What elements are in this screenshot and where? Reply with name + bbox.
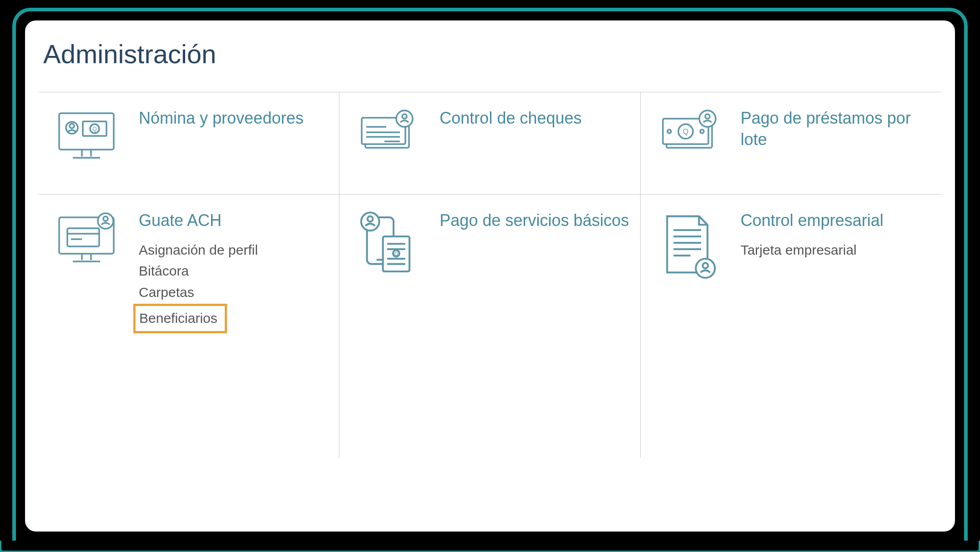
subitem-asignacion-perfil[interactable]: Asignación de perfil — [139, 240, 330, 261]
card-title: Control de cheques — [439, 108, 631, 129]
card-title: Nómina y proveedores — [139, 108, 330, 129]
page-title: Administración — [39, 39, 941, 69]
card-nomina-proveedores[interactable]: Q Nómina y proveedores — [39, 92, 339, 194]
card-control-empresarial[interactable]: Control empresarial Tarjeta empresarial — [641, 194, 941, 458]
svg-text:Q: Q — [394, 251, 398, 256]
card-title: Pago de préstamos por lote — [741, 108, 932, 151]
mobile-doc-user-icon: Q — [349, 208, 426, 280]
laptop-base — [0, 541, 980, 552]
card-pago-servicios[interactable]: Q Pago de servicios básicos — [339, 194, 640, 458]
subitem-beneficiarios[interactable]: Beneficiarios — [133, 304, 227, 333]
svg-point-5 — [70, 124, 74, 128]
monitor-payroll-icon: Q — [48, 106, 125, 163]
card-title: Control empresarial — [741, 210, 932, 231]
screen-content: Administración Q — [25, 20, 955, 532]
laptop-frame: Administración Q — [12, 8, 968, 544]
card-guate-ach[interactable]: Guate ACH Asignación de perfil Bitácora … — [39, 194, 339, 458]
subitem-carpetas[interactable]: Carpetas — [139, 282, 330, 303]
card-pago-prestamos[interactable]: Q Pago de préstamos por lote — [641, 92, 941, 194]
card-control-cheques[interactable]: Control de cheques — [339, 92, 640, 194]
monitor-card-user-icon — [48, 208, 125, 266]
admin-grid: Q Nómina y proveedores — [39, 92, 941, 458]
subitem-bitacora[interactable]: Bitácora — [139, 261, 330, 282]
svg-rect-29 — [67, 228, 99, 246]
card-title: Guate ACH — [139, 210, 330, 231]
money-user-icon: Q — [650, 106, 727, 154]
document-user-icon — [650, 208, 727, 280]
subitem-tarjeta-empresarial[interactable]: Tarjeta empresarial — [741, 240, 932, 261]
svg-text:Q: Q — [92, 126, 96, 132]
check-user-icon — [349, 106, 426, 154]
svg-text:Q: Q — [682, 128, 688, 135]
card-title: Pago de servicios básicos — [439, 210, 631, 231]
